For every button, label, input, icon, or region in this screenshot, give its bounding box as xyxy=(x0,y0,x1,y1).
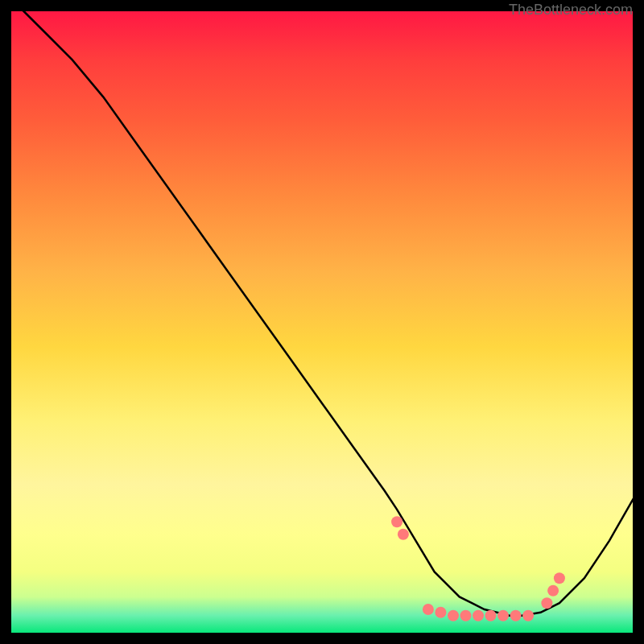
chart-container: TheBottleneck.com xyxy=(0,0,644,644)
watermark-text: TheBottleneck.com xyxy=(509,2,633,19)
data-point xyxy=(497,610,509,621)
data-point xyxy=(485,610,497,621)
data-point xyxy=(547,585,559,597)
data-point xyxy=(448,610,459,621)
chart-svg xyxy=(0,0,644,644)
data-point xyxy=(391,516,402,527)
data-point xyxy=(460,610,472,621)
data-point xyxy=(435,607,446,618)
data-point xyxy=(473,610,484,621)
data-point xyxy=(554,572,565,584)
data-point xyxy=(398,529,409,540)
data-point xyxy=(423,604,434,615)
data-point xyxy=(510,610,522,621)
curve-group xyxy=(23,10,635,616)
data-point xyxy=(541,597,552,609)
data-point xyxy=(522,610,534,621)
main-curve xyxy=(23,10,635,616)
